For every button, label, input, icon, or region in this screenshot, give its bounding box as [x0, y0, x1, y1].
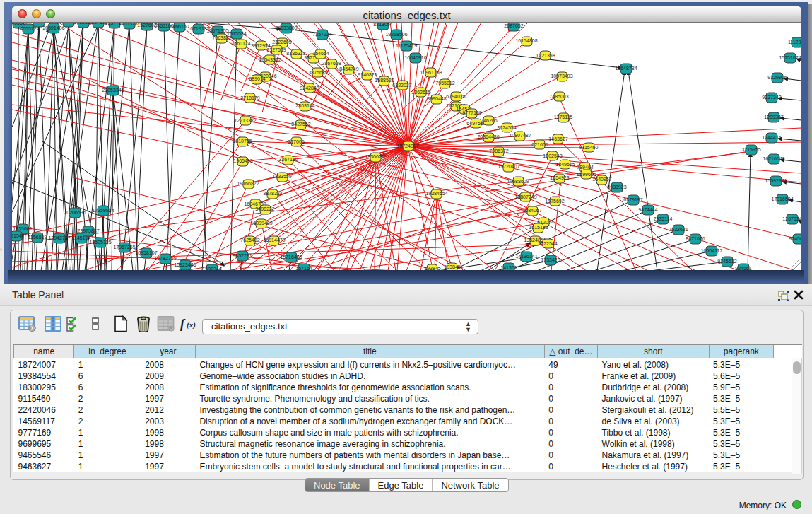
svg-text:3267130: 3267130: [278, 157, 298, 162]
svg-text:1592344: 1592344: [202, 267, 221, 270]
svg-text:1463627: 1463627: [548, 136, 567, 141]
svg-text:157164: 157164: [295, 266, 312, 270]
svg-text:11125419: 11125419: [396, 43, 417, 48]
svg-text:19166822: 19166822: [237, 181, 259, 186]
svg-text:317006: 317006: [288, 139, 304, 144]
svg-text:6794028: 6794028: [446, 94, 465, 99]
svg-text:8427552: 8427552: [291, 122, 310, 127]
svg-text:2522544: 2522544: [538, 241, 557, 246]
svg-text:1335061: 1335061: [13, 226, 32, 231]
svg-text:20053346: 20053346: [102, 88, 124, 93]
svg-text:14136141: 14136141: [515, 254, 537, 259]
svg-text:9245612: 9245612: [717, 259, 736, 264]
svg-text:f: f: [180, 317, 186, 331]
svg-text:391547: 391547: [12, 233, 25, 238]
svg-text:9457791: 9457791: [233, 253, 252, 258]
svg-text:1349575: 1349575: [555, 162, 575, 167]
svg-text:1209387: 1209387: [764, 115, 783, 119]
svg-text:10958107: 10958107: [135, 250, 157, 255]
svg-text:15720407: 15720407: [498, 164, 519, 169]
svg-text:15716485: 15716485: [280, 255, 302, 259]
svg-text:1615132: 1615132: [529, 225, 548, 230]
svg-text:9146821: 9146821: [358, 72, 377, 77]
svg-text:10973493: 10973493: [551, 74, 572, 78]
svg-text:9245061: 9245061: [789, 236, 801, 241]
svg-text:(x): (x): [187, 320, 196, 329]
svg-text:9777169: 9777169: [462, 110, 481, 115]
svg-text:193845: 193845: [424, 266, 440, 270]
svg-text:789464: 789464: [577, 165, 593, 170]
svg-text:8454749: 8454749: [339, 66, 358, 71]
svg-text:193845: 193845: [444, 264, 460, 269]
svg-text:9474444: 9474444: [638, 207, 657, 212]
svg-text:1002543: 1002543: [543, 153, 562, 158]
svg-text:16543362: 16543362: [259, 57, 281, 62]
svg-text:3878334: 3878334: [263, 191, 282, 196]
svg-text:746266: 746266: [481, 118, 497, 123]
svg-text:9227342: 9227342: [762, 95, 781, 100]
svg-text:18300295: 18300295: [365, 154, 387, 159]
svg-text:1588520: 1588520: [375, 78, 394, 83]
svg-text:8471676: 8471676: [686, 236, 705, 241]
svg-text:2935114: 2935114: [654, 216, 673, 221]
svg-text:9699695: 9699695: [577, 172, 596, 177]
svg-text:924561: 924561: [735, 266, 751, 270]
svg-text:19218506: 19218506: [385, 32, 407, 37]
svg-text:1233559: 1233559: [272, 174, 291, 179]
svg-text:1640957: 1640957: [592, 177, 611, 182]
svg-text:17957255: 17957255: [113, 245, 135, 250]
svg-text:17016504: 17016504: [771, 197, 793, 201]
svg-text:15923446: 15923446: [174, 262, 196, 267]
svg-text:1965493: 1965493: [233, 158, 252, 163]
svg-text:16033809: 16033809: [275, 25, 297, 30]
svg-text:16914479: 16914479: [263, 238, 285, 243]
svg-text:7955812: 7955812: [435, 81, 454, 86]
svg-text:1362615: 1362615: [411, 90, 430, 95]
svg-text:8990448: 8990448: [427, 96, 446, 101]
svg-text:23975887: 23975887: [77, 228, 99, 233]
svg-text:154664: 154664: [312, 51, 329, 56]
svg-text:16648784: 16648784: [615, 66, 637, 71]
svg-text:16210643: 16210643: [763, 156, 784, 161]
svg-text:2087652: 2087652: [504, 23, 523, 28]
svg-text:3624554: 3624554: [497, 125, 516, 130]
svg-text:7625402: 7625402: [240, 238, 259, 243]
svg-text:1267534: 1267534: [782, 216, 801, 221]
svg-text:989014: 989014: [249, 76, 265, 81]
svg-text:12505135: 12505135: [89, 240, 111, 245]
svg-text:7663822: 7663822: [212, 35, 231, 40]
svg-text:1975692: 1975692: [545, 199, 564, 204]
svg-text:20364436: 20364436: [477, 134, 499, 139]
svg-text:10688609: 10688609: [507, 179, 529, 184]
svg-text:9115460: 9115460: [579, 145, 599, 150]
svg-text:2867608: 2867608: [322, 61, 341, 66]
svg-text:10961758: 10961758: [420, 70, 442, 75]
svg-text:2718179: 2718179: [240, 95, 259, 100]
svg-text:2322605: 2322605: [272, 40, 291, 45]
svg-text:1733426: 1733426: [541, 257, 560, 262]
svg-text:1112345: 1112345: [788, 40, 801, 45]
svg-text:15751074: 15751074: [779, 55, 801, 60]
svg-text:3660124: 3660124: [231, 41, 250, 46]
svg-text:7632621: 7632621: [669, 227, 688, 232]
svg-text:17359924: 17359924: [92, 208, 114, 213]
svg-text:16782759: 16782759: [154, 256, 176, 261]
svg-text:9084067: 9084067: [522, 208, 541, 213]
svg-text:15692971: 15692971: [765, 178, 787, 183]
svg-text:1244415: 1244415: [762, 135, 781, 140]
svg-text:8938923: 8938923: [607, 185, 626, 189]
svg-text:12942737: 12942737: [48, 235, 70, 240]
svg-text:6379197: 6379197: [623, 197, 642, 202]
svg-text:20206536: 20206536: [64, 210, 86, 215]
svg-text:6322037: 6322037: [392, 83, 411, 88]
svg-text:9242848: 9242848: [300, 86, 319, 90]
svg-text:1610755: 1610755: [233, 139, 252, 144]
svg-text:3875685: 3875685: [308, 70, 327, 75]
svg-text:19384554: 19384554: [425, 191, 447, 196]
svg-text:1654923: 1654923: [550, 175, 569, 180]
svg-text:10654112: 10654112: [701, 248, 723, 253]
svg-text:9329906: 9329906: [767, 75, 787, 80]
svg-text:3498222: 3498222: [255, 206, 274, 211]
svg-text:2803144: 2803144: [295, 103, 314, 108]
svg-text:16154808: 16154808: [515, 38, 537, 43]
